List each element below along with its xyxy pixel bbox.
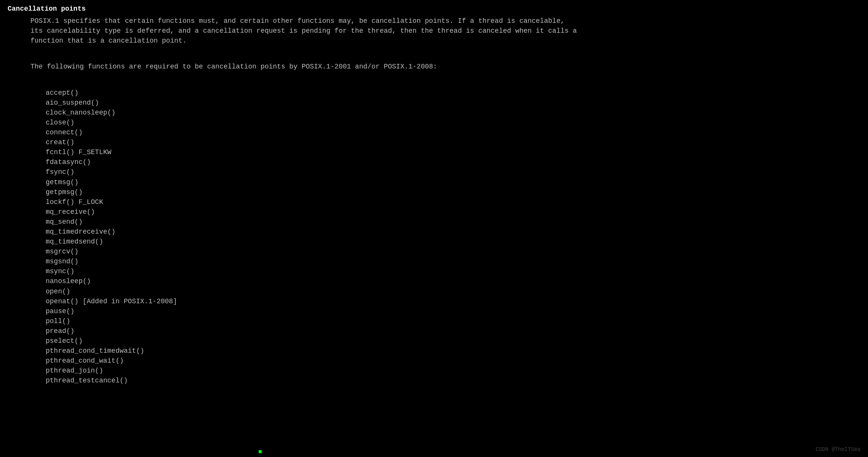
list-item: poll() bbox=[46, 316, 860, 326]
list-item: creat() bbox=[46, 137, 860, 147]
function-list: accept()aio_suspend()clock_nanosleep()cl… bbox=[8, 88, 860, 386]
list-item: aio_suspend() bbox=[46, 98, 860, 108]
list-item: mq_send() bbox=[46, 217, 860, 227]
intro-text: POSIX.1 specifies that certain functions… bbox=[8, 16, 860, 46]
list-item: openat() [Added in POSIX.1-2008] bbox=[46, 296, 860, 306]
list-item: pread() bbox=[46, 326, 860, 336]
list-item: mq_timedsend() bbox=[46, 237, 860, 247]
list-item: fdatasync() bbox=[46, 157, 860, 167]
list-item: pthread_join() bbox=[46, 366, 860, 376]
list-item: getmsg() bbox=[46, 177, 860, 187]
list-item: mq_receive() bbox=[46, 207, 860, 217]
page-content: Cancellation points POSIX.1 specifies th… bbox=[8, 4, 860, 385]
scrollbar-indicator[interactable] bbox=[259, 450, 262, 453]
list-item: pselect() bbox=[46, 336, 860, 346]
list-item: fcntl() F_SETLKW bbox=[46, 147, 860, 157]
list-item: msync() bbox=[46, 266, 860, 276]
list-item: connect() bbox=[46, 127, 860, 137]
list-item: accept() bbox=[46, 88, 860, 98]
list-item: open() bbox=[46, 287, 860, 296]
list-item: mq_timedreceive() bbox=[46, 227, 860, 237]
list-item: clock_nanosleep() bbox=[46, 108, 860, 118]
section-title: Cancellation points bbox=[8, 4, 860, 14]
list-item: getpmsg() bbox=[46, 187, 860, 197]
list-item: pthread_testcancel() bbox=[46, 376, 860, 385]
list-item: lockf() F_LOCK bbox=[46, 197, 860, 207]
list-item: msgsnd() bbox=[46, 256, 860, 266]
list-item: msgrcv() bbox=[46, 247, 860, 256]
list-item: nanosleep() bbox=[46, 276, 860, 286]
list-item: close() bbox=[46, 118, 860, 127]
list-item: pause() bbox=[46, 306, 860, 316]
required-intro: The following functions are required to … bbox=[8, 62, 860, 72]
list-item: fsync() bbox=[46, 167, 860, 177]
list-item: pthread_cond_timedwait() bbox=[46, 346, 860, 356]
list-item: pthread_cond_wait() bbox=[46, 356, 860, 366]
watermark: CSDN @TheITSea bbox=[816, 446, 860, 453]
